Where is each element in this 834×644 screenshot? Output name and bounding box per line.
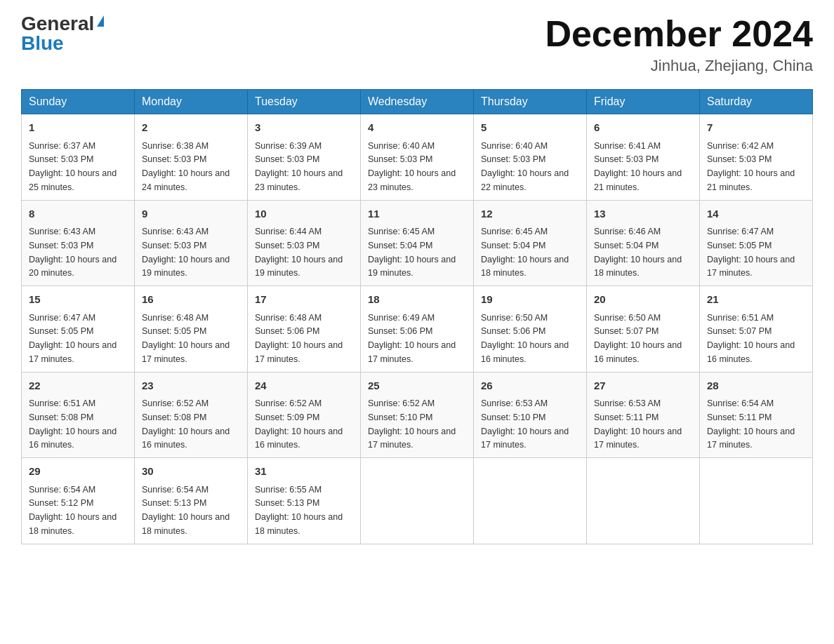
day-info: Sunrise: 6:41 AMSunset: 5:03 PMDaylight:… [594,141,682,192]
day-cell: 6Sunrise: 6:41 AMSunset: 5:03 PMDaylight… [587,114,700,201]
day-cell: 14Sunrise: 6:47 AMSunset: 5:05 PMDayligh… [700,200,813,286]
day-info: Sunrise: 6:53 AMSunset: 5:11 PMDaylight:… [594,398,682,450]
day-info: Sunrise: 6:48 AMSunset: 5:05 PMDaylight:… [142,313,230,364]
col-header-saturday: Saturday [700,90,813,114]
col-header-tuesday: Tuesday [248,90,361,114]
day-info: Sunrise: 6:40 AMSunset: 5:03 PMDaylight:… [481,141,569,192]
day-info: Sunrise: 6:54 AMSunset: 5:11 PMDaylight:… [707,398,795,450]
header-row: SundayMondayTuesdayWednesdayThursdayFrid… [22,90,813,114]
day-number: 20 [594,292,692,308]
day-number: 19 [481,292,579,308]
day-number: 5 [481,120,579,136]
day-info: Sunrise: 6:53 AMSunset: 5:10 PMDaylight:… [481,398,569,450]
day-cell [587,458,700,544]
day-cell: 28Sunrise: 6:54 AMSunset: 5:11 PMDayligh… [700,372,813,458]
day-info: Sunrise: 6:42 AMSunset: 5:03 PMDaylight:… [707,141,795,192]
day-info: Sunrise: 6:54 AMSunset: 5:13 PMDaylight:… [142,485,230,536]
page-header: General Blue December 2024 Jinhua, Zheji… [21,14,813,75]
day-number: 21 [707,292,805,308]
day-cell: 17Sunrise: 6:48 AMSunset: 5:06 PMDayligh… [248,286,361,373]
day-info: Sunrise: 6:46 AMSunset: 5:04 PMDaylight:… [594,227,682,278]
day-cell: 10Sunrise: 6:44 AMSunset: 5:03 PMDayligh… [248,200,361,286]
day-info: Sunrise: 6:37 AMSunset: 5:03 PMDaylight:… [29,141,117,192]
day-cell: 19Sunrise: 6:50 AMSunset: 5:06 PMDayligh… [474,286,587,373]
day-cell: 7Sunrise: 6:42 AMSunset: 5:03 PMDaylight… [700,114,813,201]
day-info: Sunrise: 6:50 AMSunset: 5:06 PMDaylight:… [481,313,569,364]
day-number: 26 [481,378,579,394]
day-info: Sunrise: 6:47 AMSunset: 5:05 PMDaylight:… [29,313,117,364]
day-number: 9 [142,206,240,222]
day-number: 10 [255,206,353,222]
day-info: Sunrise: 6:51 AMSunset: 5:07 PMDaylight:… [707,313,795,364]
col-header-wednesday: Wednesday [361,90,474,114]
day-cell: 27Sunrise: 6:53 AMSunset: 5:11 PMDayligh… [587,372,700,458]
day-cell: 26Sunrise: 6:53 AMSunset: 5:10 PMDayligh… [474,372,587,458]
day-info: Sunrise: 6:43 AMSunset: 5:03 PMDaylight:… [29,227,117,278]
day-cell: 16Sunrise: 6:48 AMSunset: 5:05 PMDayligh… [135,286,248,373]
day-number: 1 [29,120,127,136]
day-number: 28 [707,378,805,394]
day-number: 16 [142,292,240,308]
day-info: Sunrise: 6:45 AMSunset: 5:04 PMDaylight:… [481,227,569,278]
logo-blue-text: Blue [21,34,64,53]
day-info: Sunrise: 6:45 AMSunset: 5:04 PMDaylight:… [368,227,456,278]
day-number: 2 [142,120,240,136]
day-cell: 25Sunrise: 6:52 AMSunset: 5:10 PMDayligh… [361,372,474,458]
day-cell: 31Sunrise: 6:55 AMSunset: 5:13 PMDayligh… [248,458,361,544]
day-number: 23 [142,378,240,394]
day-cell: 20Sunrise: 6:50 AMSunset: 5:07 PMDayligh… [587,286,700,373]
day-number: 4 [368,120,466,136]
day-cell: 11Sunrise: 6:45 AMSunset: 5:04 PMDayligh… [361,200,474,286]
day-cell: 13Sunrise: 6:46 AMSunset: 5:04 PMDayligh… [587,200,700,286]
col-header-sunday: Sunday [22,90,135,114]
day-info: Sunrise: 6:52 AMSunset: 5:09 PMDaylight:… [255,398,343,450]
calendar-table: SundayMondayTuesdayWednesdayThursdayFrid… [21,89,813,544]
week-row-1: 1Sunrise: 6:37 AMSunset: 5:03 PMDaylight… [22,114,813,201]
day-info: Sunrise: 6:40 AMSunset: 5:03 PMDaylight:… [368,141,456,192]
day-number: 13 [594,206,692,222]
day-info: Sunrise: 6:48 AMSunset: 5:06 PMDaylight:… [255,313,343,364]
day-number: 29 [29,464,127,480]
day-number: 7 [707,120,805,136]
day-info: Sunrise: 6:39 AMSunset: 5:03 PMDaylight:… [255,141,343,192]
col-header-friday: Friday [587,90,700,114]
day-number: 17 [255,292,353,308]
day-number: 15 [29,292,127,308]
day-number: 27 [594,378,692,394]
day-info: Sunrise: 6:50 AMSunset: 5:07 PMDaylight:… [594,313,682,364]
day-info: Sunrise: 6:38 AMSunset: 5:03 PMDaylight:… [142,141,230,192]
day-cell: 3Sunrise: 6:39 AMSunset: 5:03 PMDaylight… [248,114,361,201]
day-number: 6 [594,120,692,136]
day-number: 25 [368,378,466,394]
day-cell: 22Sunrise: 6:51 AMSunset: 5:08 PMDayligh… [22,372,135,458]
day-cell: 1Sunrise: 6:37 AMSunset: 5:03 PMDaylight… [22,114,135,201]
day-cell: 29Sunrise: 6:54 AMSunset: 5:12 PMDayligh… [22,458,135,544]
day-number: 30 [142,464,240,480]
day-number: 3 [255,120,353,136]
day-number: 11 [368,206,466,222]
day-info: Sunrise: 6:43 AMSunset: 5:03 PMDaylight:… [142,227,230,278]
day-info: Sunrise: 6:55 AMSunset: 5:13 PMDaylight:… [255,485,343,536]
location: Jinhua, Zhejiang, China [545,57,813,75]
day-number: 18 [368,292,466,308]
day-cell: 8Sunrise: 6:43 AMSunset: 5:03 PMDaylight… [22,200,135,286]
day-cell: 21Sunrise: 6:51 AMSunset: 5:07 PMDayligh… [700,286,813,373]
week-row-2: 8Sunrise: 6:43 AMSunset: 5:03 PMDaylight… [22,200,813,286]
day-number: 24 [255,378,353,394]
col-header-monday: Monday [135,90,248,114]
day-info: Sunrise: 6:52 AMSunset: 5:10 PMDaylight:… [368,398,456,450]
logo: General Blue [21,14,104,53]
week-row-3: 15Sunrise: 6:47 AMSunset: 5:05 PMDayligh… [22,286,813,373]
day-info: Sunrise: 6:47 AMSunset: 5:05 PMDaylight:… [707,227,795,278]
day-number: 12 [481,206,579,222]
day-number: 31 [255,464,353,480]
title-section: December 2024 Jinhua, Zhejiang, China [545,14,813,75]
day-cell: 4Sunrise: 6:40 AMSunset: 5:03 PMDaylight… [361,114,474,201]
day-info: Sunrise: 6:52 AMSunset: 5:08 PMDaylight:… [142,398,230,450]
day-cell: 30Sunrise: 6:54 AMSunset: 5:13 PMDayligh… [135,458,248,544]
logo-triangle-icon [97,15,104,27]
week-row-5: 29Sunrise: 6:54 AMSunset: 5:12 PMDayligh… [22,458,813,544]
day-cell: 12Sunrise: 6:45 AMSunset: 5:04 PMDayligh… [474,200,587,286]
day-cell: 9Sunrise: 6:43 AMSunset: 5:03 PMDaylight… [135,200,248,286]
day-number: 22 [29,378,127,394]
